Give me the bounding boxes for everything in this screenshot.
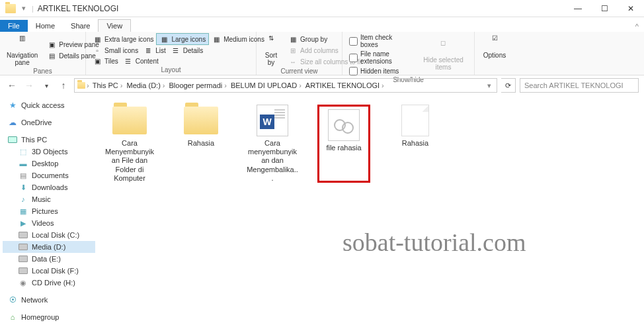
forward-button[interactable]: → — [22, 79, 36, 92]
hide-selected-label: Hide selected items — [419, 56, 467, 71]
hidden-items-toggle[interactable]: Hidden items — [346, 66, 413, 76]
tab-file[interactable]: File — [0, 20, 28, 32]
navigation-pane-label: Navigation pane — [7, 52, 38, 66]
watermark-text: sobat-tutorial.com — [342, 228, 526, 257]
navigation-pane-button[interactable]: ▥ Navigation pane — [4, 33, 40, 68]
sidebar-network[interactable]: ⦿Network — [3, 294, 95, 306]
folder-icon — [111, 105, 148, 136]
back-button[interactable]: ← — [5, 79, 19, 92]
disk-e-icon — [19, 254, 28, 263]
tab-view[interactable]: View — [98, 19, 131, 32]
preview-pane-icon: ▣ — [47, 40, 56, 50]
sidebar-quick-access[interactable]: ★Quick access — [3, 99, 95, 111]
file-label: Cara menyembunyikan dan Mengembalika... — [246, 139, 299, 183]
sidebar-music[interactable]: ♪Music — [3, 193, 95, 205]
downloads-icon: ⬇ — [19, 183, 28, 192]
item-checkboxes-toggle[interactable]: Item check boxes — [346, 33, 413, 49]
address-bar: ← → ▾ ↑ › This PC› Media (D:)› Blooger p… — [0, 75, 644, 95]
sidebar-this-pc[interactable]: This PC — [3, 134, 95, 146]
file-label: Cara Menyembunyikan File dan Folder di K… — [103, 139, 156, 183]
crumb-3[interactable]: BELUM DI UPLOAD› — [229, 81, 303, 89]
sidebar-cd-drive-h[interactable]: ◉CD Drive (H:) — [3, 277, 95, 289]
navigation-sidebar: ★Quick access ☁OneDrive This PC ⬚3D Obje… — [0, 95, 98, 331]
sidebar-media-d[interactable]: Media (D:) — [3, 241, 95, 253]
breadcrumb-dropdown-icon[interactable]: ▾ — [485, 81, 494, 90]
details-icon: ☰ — [171, 46, 181, 55]
xlarge-icon: ▦ — [93, 34, 102, 44]
sidebar-documents[interactable]: ▤Documents — [3, 169, 95, 181]
crumb-4[interactable]: ARTIKEL TEKNOLOGI› — [303, 81, 386, 89]
file-item-3[interactable]: file rahasia — [317, 105, 370, 183]
large-icon: ▦ — [159, 34, 169, 44]
details-button[interactable]: ☰Details — [169, 45, 206, 56]
sidebar-pictures[interactable]: ▦Pictures — [3, 205, 95, 217]
documents-icon: ▤ — [19, 171, 28, 180]
crumb-2[interactable]: Blooger permadi› — [167, 81, 228, 89]
sidebar-videos[interactable]: ▶Videos — [3, 217, 95, 229]
file-label: file rahasia — [326, 144, 361, 152]
sidebar-desktop[interactable]: ▬Desktop — [3, 158, 95, 169]
small-icons-button[interactable]: ▫Small icons — [90, 45, 141, 56]
details-pane-icon: ▤ — [47, 52, 56, 61]
network-icon: ⦿ — [8, 295, 17, 305]
quick-access-icon: ★ — [8, 101, 17, 110]
list-button[interactable]: ≣List — [141, 45, 169, 56]
list-icon: ≣ — [143, 46, 153, 55]
tab-home[interactable]: Home — [28, 20, 63, 32]
options-button[interactable]: ☑ Options — [479, 33, 510, 60]
up-button[interactable]: ↑ — [57, 79, 70, 92]
search-input[interactable]: Search ARTIKEL TEKNOLOGI — [520, 78, 639, 93]
disk-f-icon — [19, 266, 28, 275]
word-doc-icon — [254, 105, 291, 136]
qat-dropdown[interactable]: ▾ — [17, 3, 30, 15]
file-item-1[interactable]: Rahasia — [175, 105, 227, 183]
large-icons-button[interactable]: ▦Large icons — [156, 33, 209, 45]
medium-icon: ▦ — [212, 34, 221, 44]
tiles-icon: ▣ — [93, 56, 102, 66]
content-button[interactable]: ☰Content — [121, 56, 161, 66]
size-fit-icon: ↔ — [288, 57, 298, 66]
minimize-button[interactable]: — — [565, 0, 591, 17]
crumb-0[interactable]: This PC› — [91, 81, 125, 89]
sidebar-local-disk-f[interactable]: Local Disk (F:) — [3, 265, 95, 277]
sidebar-downloads[interactable]: ⬇Downloads — [3, 181, 95, 193]
close-button[interactable]: ✕ — [618, 0, 644, 17]
ribbon-tabs: File Home Share View ^ — [0, 17, 644, 32]
window-title: ARTIKEL TEKNOLOGI — [38, 4, 118, 13]
tiles-button[interactable]: ▣Tiles — [90, 56, 121, 66]
file-item-2[interactable]: Cara menyembunyikan dan Mengembalika... — [246, 105, 299, 183]
sort-icon: ⇅ — [263, 34, 279, 50]
file-item-0[interactable]: Cara Menyembunyikan File dan Folder di K… — [103, 105, 156, 183]
breadcrumb-bar[interactable]: › This PC› Media (D:)› Blooger permadi› … — [74, 78, 497, 93]
sidebar-onedrive[interactable]: ☁OneDrive — [3, 117, 95, 128]
sort-by-button[interactable]: ⇅ Sort by — [261, 33, 282, 68]
crumb-1[interactable]: Media (D:)› — [124, 81, 167, 89]
item-check-checkbox[interactable] — [349, 37, 358, 46]
options-icon: ☑ — [487, 34, 503, 50]
ext-checkbox[interactable] — [349, 54, 358, 62]
pictures-icon: ▦ — [19, 207, 28, 216]
sidebar-local-disk-c[interactable]: Local Disk (C:) — [3, 229, 95, 241]
ribbon-collapse-icon[interactable]: ^ — [630, 21, 644, 32]
refresh-button[interactable]: ⟳ — [501, 78, 516, 93]
this-pc-icon — [8, 135, 17, 144]
file-extensions-toggle[interactable]: File name extensions — [346, 50, 413, 66]
small-icon: ▫ — [93, 46, 102, 55]
sidebar-3d-objects[interactable]: ⬚3D Objects — [3, 146, 95, 158]
title-bar: ▾ | ARTIKEL TEKNOLOGI — ☐ ✕ — [0, 0, 644, 17]
hidden-checkbox[interactable] — [349, 67, 358, 75]
file-content-area[interactable]: Cara Menyembunyikan File dan Folder di K… — [98, 95, 644, 331]
sidebar-homegroup[interactable]: ⌂Homegroup — [3, 311, 95, 323]
hide-selected-button[interactable]: ◻ Hide selected items — [417, 33, 470, 76]
tab-share[interactable]: Share — [63, 20, 98, 32]
breadcrumb-root-icon — [77, 82, 85, 89]
maximize-button[interactable]: ☐ — [591, 0, 618, 17]
disk-c-icon — [19, 230, 28, 240]
recent-dropdown[interactable]: ▾ — [40, 79, 53, 92]
cd-drive-icon: ◉ — [19, 278, 28, 287]
sort-by-label: Sort by — [263, 52, 279, 66]
sidebar-data-e[interactable]: Data (E:) — [3, 253, 95, 265]
extra-large-icons-button[interactable]: ▦Extra large icons — [90, 33, 156, 45]
desktop-icon: ▬ — [19, 159, 28, 168]
file-item-4[interactable]: Rahasia — [389, 105, 442, 183]
